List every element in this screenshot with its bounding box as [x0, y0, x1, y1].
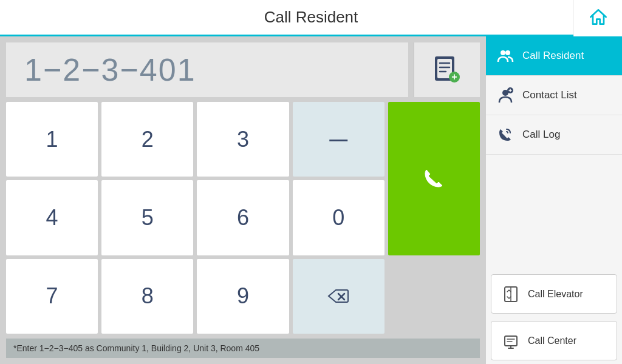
sidebar-call-resident-label: Call Resident [522, 50, 584, 62]
keypad: 1 2 3 — 4 5 6 0 7 8 9 [6, 102, 480, 334]
key-2[interactable]: 2 [101, 102, 193, 177]
key-0[interactable]: 0 [293, 180, 384, 255]
sidebar-elevator-label: Call Elevator [528, 289, 583, 300]
key-6[interactable]: 6 [197, 180, 289, 255]
center-icon [501, 331, 521, 351]
dialpad-area: 1−2−3−401 + 1 2 3 — [0, 36, 486, 364]
svg-text:+: + [451, 72, 457, 82]
people-icon [496, 46, 515, 66]
key-3[interactable]: 3 [197, 102, 289, 177]
status-text: *Enter 1−2−3−405 as Community 1, Buildin… [13, 343, 259, 353]
key-1[interactable]: 1 [6, 102, 98, 177]
sidebar-item-call-log[interactable]: Call Log [486, 115, 622, 155]
number-display: 1−2−3−401 [6, 42, 408, 97]
svg-point-9 [501, 50, 505, 55]
svg-point-10 [505, 50, 510, 55]
sidebar-center-label: Call Center [528, 335, 576, 346]
elevator-icon [501, 285, 521, 304]
sidebar-item-call-resident[interactable]: Call Resident [486, 36, 622, 76]
header: Call Resident [0, 0, 622, 36]
key-backspace[interactable] [293, 259, 384, 334]
contact-icon [496, 86, 515, 105]
page-title: Call Resident [264, 8, 358, 27]
call-button[interactable] [388, 102, 480, 255]
key-4[interactable]: 4 [6, 180, 98, 255]
key-minus[interactable]: — [293, 102, 384, 177]
sidebar: Call Resident Contact List [486, 36, 622, 364]
sidebar-contact-list-label: Contact List [522, 89, 577, 101]
key-8[interactable]: 8 [101, 259, 193, 334]
key-5[interactable]: 5 [101, 180, 193, 255]
contacts-shortcut-button[interactable]: + [413, 42, 480, 97]
calllog-icon [496, 125, 515, 144]
sidebar-item-contact-list[interactable]: Contact List [486, 76, 622, 115]
sidebar-call-log-label: Call Log [522, 129, 560, 141]
key-9[interactable]: 9 [197, 259, 289, 334]
home-button[interactable] [573, 0, 622, 36]
display-row: 1−2−3−401 + [6, 42, 480, 97]
key-7[interactable]: 7 [6, 259, 98, 334]
sidebar-call-center-button[interactable]: Call Center [491, 321, 617, 360]
home-icon [587, 6, 609, 30]
sidebar-call-elevator-button[interactable]: Call Elevator [491, 274, 617, 314]
main-layout: 1−2−3−401 + 1 2 3 — [0, 36, 622, 364]
svg-rect-15 [505, 336, 517, 346]
status-bar: *Enter 1−2−3−405 as Community 1, Buildin… [6, 339, 480, 358]
sidebar-spacer [486, 155, 622, 271]
